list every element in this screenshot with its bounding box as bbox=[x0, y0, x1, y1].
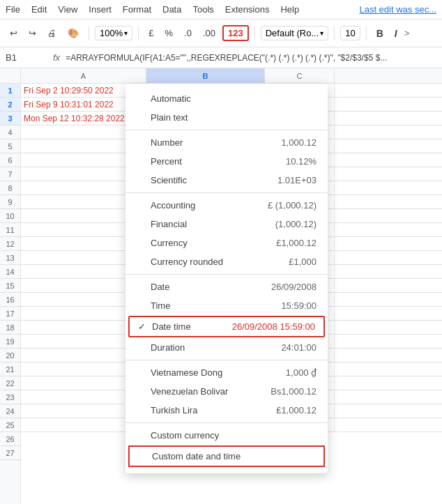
divider-5 bbox=[366, 26, 367, 40]
italic-button[interactable]: I bbox=[390, 26, 402, 40]
menu-item-number-value: 1,000.12 bbox=[281, 137, 317, 148]
row-num-15: 15 bbox=[0, 279, 20, 293]
menu-bar: File Edit View Insert Format Data Tools … bbox=[0, 0, 442, 20]
menu-item-venezuelan-bolivar[interactable]: Venezuelan Bolivar Bs1,000.12 bbox=[125, 382, 328, 401]
menu-item-scientific-label: Scientific bbox=[151, 175, 277, 185]
row-num-26: 26 bbox=[0, 432, 20, 446]
formula-bar: fx =ARRAYFORMULA(IF(A1:A5="",,REGEXREPLA… bbox=[0, 47, 442, 68]
menu-item-vietnamese-dong[interactable]: Vietnamese Dong 1,000 ₫ bbox=[125, 363, 328, 382]
row-num-8: 8 bbox=[0, 181, 20, 195]
row-num-27: 27 bbox=[0, 446, 20, 460]
menu-file[interactable]: File bbox=[6, 4, 20, 15]
font-size-selector[interactable]: 10 bbox=[340, 26, 360, 40]
menu-item-financial[interactable]: Financial (1,000.12) bbox=[125, 215, 328, 234]
row-num-25: 25 bbox=[0, 418, 20, 432]
menu-data[interactable]: Data bbox=[162, 4, 181, 15]
toolbar: ↩ ↪ 🖨 🎨 100% ▾ £ % .0 .00 123 Default (R… bbox=[0, 20, 442, 47]
row-num-12: 12 bbox=[0, 237, 20, 251]
menu-item-date-time-value: 26/09/2008 15:59:00 bbox=[232, 321, 315, 332]
row-header-corner bbox=[0, 68, 20, 84]
menu-item-vietnamese-dong-value: 1,000 ₫ bbox=[286, 367, 317, 378]
menu-item-turkish-lira-value: ₤1,000.12 bbox=[276, 405, 317, 415]
menu-divider-2 bbox=[125, 192, 328, 193]
menu-item-duration[interactable]: Duration 24:01:00 bbox=[125, 338, 328, 357]
row-num-23: 23 bbox=[0, 390, 20, 404]
row-num-22: 22 bbox=[0, 376, 20, 390]
row-num-5: 5 bbox=[0, 139, 20, 153]
menu-item-currency[interactable]: Currency £1,000.12 bbox=[125, 234, 328, 252]
menu-tools[interactable]: Tools bbox=[192, 4, 213, 15]
decimal-decrease-button[interactable]: .0 bbox=[180, 25, 196, 41]
undo-button[interactable]: ↩ bbox=[6, 25, 22, 41]
divider-1 bbox=[89, 26, 89, 40]
menu-item-accounting[interactable]: Accounting £ (1,000.12) bbox=[125, 196, 328, 215]
percent-button[interactable]: % bbox=[160, 25, 177, 41]
menu-item-custom-date-time[interactable]: Custom date and time bbox=[128, 445, 325, 467]
row-numbers: 1 2 3 4 5 6 7 8 9 10 11 12 13 14 15 16 1… bbox=[0, 68, 21, 504]
menu-divider-1 bbox=[125, 130, 328, 130]
paint-format-button[interactable]: 🎨 bbox=[63, 25, 83, 41]
zoom-selector[interactable]: 100% ▾ bbox=[95, 26, 132, 40]
row-num-16: 16 bbox=[0, 293, 20, 307]
menu-item-custom-currency[interactable]: Custom currency bbox=[125, 426, 328, 445]
menu-item-date-time[interactable]: ✓ Date time 26/09/2008 15:59:00 bbox=[128, 316, 325, 337]
row-num-9: 9 bbox=[0, 195, 20, 209]
formula-content: =ARRAYFORMULA(IF(A1:A5="",,REGEXREPLACE(… bbox=[66, 53, 436, 63]
menu-item-venezuelan-bolivar-value: Bs1,000.12 bbox=[270, 386, 317, 397]
menu-item-turkish-lira[interactable]: Turkish Lira ₤1,000.12 bbox=[125, 401, 328, 420]
menu-insert[interactable]: Insert bbox=[89, 4, 112, 15]
columns-area: A B C Fri Sep 2 10:29:50 2022 02/09/2022… bbox=[21, 68, 442, 504]
more-formatting-icon: > bbox=[404, 28, 410, 38]
divider-2 bbox=[138, 26, 139, 40]
menu-item-plain-text-label: Plain text bbox=[151, 112, 317, 123]
checkmark-date-time: ✓ bbox=[138, 321, 149, 332]
cell-reference-input[interactable] bbox=[6, 52, 47, 63]
row-num-17: 17 bbox=[0, 307, 20, 321]
redo-button[interactable]: ↪ bbox=[24, 25, 40, 41]
menu-item-plain-text[interactable]: Plain text bbox=[125, 108, 328, 127]
menu-item-time-label: Time bbox=[151, 300, 281, 311]
menu-item-automatic-label: Automatic bbox=[151, 93, 317, 104]
decimal-increase-button[interactable]: .00 bbox=[199, 25, 220, 41]
zoom-label: 100% bbox=[100, 28, 123, 38]
menu-divider-5 bbox=[125, 422, 328, 423]
row-num-13: 13 bbox=[0, 251, 20, 265]
zoom-chevron-icon: ▾ bbox=[124, 29, 128, 37]
menu-view[interactable]: View bbox=[58, 4, 77, 15]
menu-item-number[interactable]: Number 1,000.12 bbox=[125, 133, 328, 152]
format-number-button[interactable]: 123 bbox=[222, 25, 249, 41]
menu-item-date-time-label: Date time bbox=[152, 321, 232, 332]
menu-format[interactable]: Format bbox=[123, 4, 151, 15]
menu-item-custom-date-time-label: Custom date and time bbox=[152, 451, 315, 461]
col-header-a[interactable]: A bbox=[21, 68, 146, 83]
menu-item-date[interactable]: Date 26/09/2008 bbox=[125, 277, 328, 296]
row-num-14: 14 bbox=[0, 265, 20, 279]
row-num-4: 4 bbox=[0, 125, 20, 139]
divider-3 bbox=[254, 26, 255, 40]
menu-item-automatic[interactable]: Automatic bbox=[125, 89, 328, 108]
bold-button[interactable]: B bbox=[372, 26, 388, 40]
font-selector[interactable]: Default (Ro... ▾ bbox=[261, 26, 329, 40]
row-num-2: 2 bbox=[0, 98, 20, 112]
menu-item-time-value: 15:59:00 bbox=[281, 300, 317, 311]
col-header-c[interactable]: C bbox=[265, 68, 335, 83]
row-num-24: 24 bbox=[0, 404, 20, 418]
menu-help[interactable]: Help bbox=[280, 4, 299, 15]
menu-item-venezuelan-bolivar-label: Venezuelan Bolivar bbox=[151, 386, 270, 397]
divider-4 bbox=[334, 26, 335, 40]
menu-item-scientific[interactable]: Scientific 1.01E+03 bbox=[125, 171, 328, 190]
menu-item-turkish-lira-label: Turkish Lira bbox=[151, 405, 276, 415]
menu-item-currency-rounded[interactable]: Currency rounded £1,000 bbox=[125, 252, 328, 271]
menu-item-currency-rounded-value: £1,000 bbox=[289, 257, 317, 267]
print-button[interactable]: 🖨 bbox=[43, 25, 61, 41]
menu-item-percent-label: Percent bbox=[151, 156, 286, 167]
menu-extensions[interactable]: Extensions bbox=[225, 4, 270, 15]
menu-edit[interactable]: Edit bbox=[31, 4, 47, 15]
menu-item-currency-value: £1,000.12 bbox=[276, 238, 317, 248]
currency-button[interactable]: £ bbox=[144, 25, 158, 41]
menu-item-percent[interactable]: Percent 10.12% bbox=[125, 152, 328, 171]
font-size-label: 10 bbox=[345, 28, 355, 38]
menu-divider-4 bbox=[125, 360, 328, 360]
menu-item-time[interactable]: Time 15:59:00 bbox=[125, 296, 328, 315]
col-header-b[interactable]: B bbox=[146, 68, 265, 83]
